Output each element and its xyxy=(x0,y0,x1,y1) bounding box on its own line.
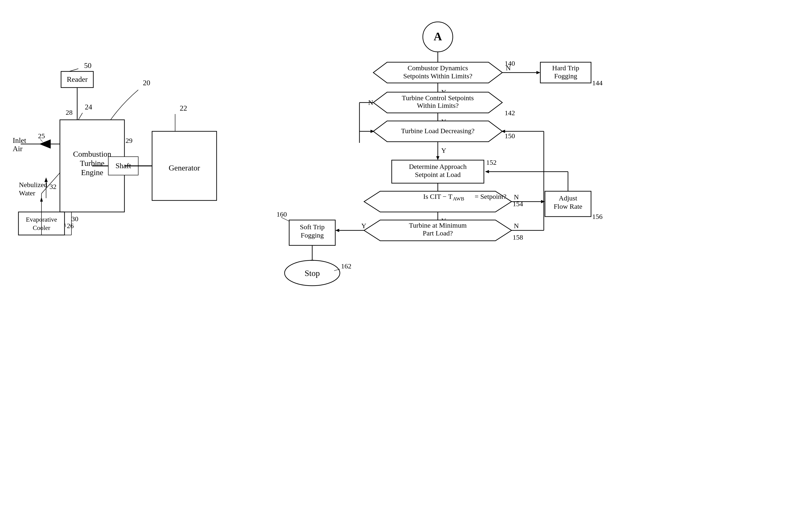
svg-text:Fogging: Fogging xyxy=(301,231,324,239)
svg-text:Inlet: Inlet xyxy=(13,136,26,144)
svg-text:Part Load?: Part Load? xyxy=(423,229,453,237)
svg-text:Combustion: Combustion xyxy=(73,150,111,158)
svg-text:162: 162 xyxy=(341,262,351,270)
svg-text:Adjust: Adjust xyxy=(559,194,577,202)
svg-text:Fogging: Fogging xyxy=(554,72,577,80)
svg-text:144: 144 xyxy=(592,79,603,87)
svg-text:30: 30 xyxy=(71,215,78,222)
svg-text:Hard Trip: Hard Trip xyxy=(552,64,579,72)
svg-text:142: 142 xyxy=(505,109,515,117)
svg-text:Reader: Reader xyxy=(67,75,88,84)
svg-text:N: N xyxy=(514,193,519,201)
svg-text:Nebulized: Nebulized xyxy=(19,181,47,188)
svg-text:24: 24 xyxy=(85,103,92,111)
svg-text:Air: Air xyxy=(13,144,23,153)
svg-text:Turbine at Minimum: Turbine at Minimum xyxy=(409,221,467,229)
svg-text:Combustor Dynamics: Combustor Dynamics xyxy=(408,64,468,72)
svg-text:Stop: Stop xyxy=(305,269,320,278)
svg-text:Setpoint at Load: Setpoint at Load xyxy=(415,171,461,178)
svg-text:= Setpoint?: = Setpoint? xyxy=(475,193,506,200)
svg-text:Y: Y xyxy=(361,222,366,230)
svg-text:28: 28 xyxy=(66,108,73,116)
svg-text:N: N xyxy=(506,64,511,72)
svg-text:22: 22 xyxy=(180,104,187,112)
svg-text:Is CIT − T: Is CIT − T xyxy=(423,193,452,200)
svg-text:26: 26 xyxy=(67,222,74,230)
svg-text:32: 32 xyxy=(49,183,56,190)
svg-text:N: N xyxy=(514,222,519,230)
svg-text:152: 152 xyxy=(486,159,496,166)
svg-text:Water: Water xyxy=(19,189,35,197)
svg-text:158: 158 xyxy=(513,233,523,241)
svg-text:50: 50 xyxy=(84,61,91,70)
svg-text:Determine Approach: Determine Approach xyxy=(409,163,467,170)
svg-text:Setpoints Within Limits?: Setpoints Within Limits? xyxy=(403,72,473,80)
svg-text:AWB: AWB xyxy=(453,196,464,202)
svg-text:160: 160 xyxy=(276,210,287,218)
svg-text:A: A xyxy=(434,30,442,43)
svg-text:25: 25 xyxy=(38,132,45,140)
svg-text:150: 150 xyxy=(505,132,515,140)
svg-text:Engine: Engine xyxy=(81,168,103,177)
svg-text:Y: Y xyxy=(441,147,446,154)
svg-text:Generator: Generator xyxy=(169,164,200,172)
svg-text:Within Limits?: Within Limits? xyxy=(417,102,459,109)
svg-text:Flow Rate: Flow Rate xyxy=(554,203,582,210)
diagram-container: Combustion Turbine Engine Generator Shaf… xyxy=(0,0,812,526)
svg-text:Soft Trip: Soft Trip xyxy=(300,223,325,231)
svg-text:20: 20 xyxy=(143,78,150,87)
svg-text:154: 154 xyxy=(513,200,523,208)
svg-text:156: 156 xyxy=(592,213,603,220)
svg-text:Turbine Control Setpoints: Turbine Control Setpoints xyxy=(402,94,474,102)
svg-text:Turbine Load Decreasing?: Turbine Load Decreasing? xyxy=(401,127,475,134)
svg-text:29: 29 xyxy=(126,137,132,144)
